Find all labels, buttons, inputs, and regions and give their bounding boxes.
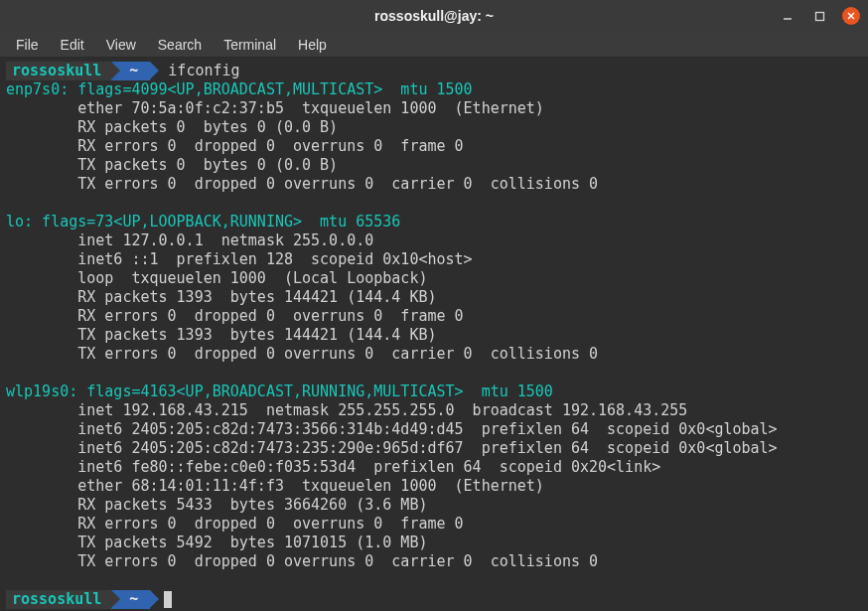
output-line: TX errors 0 dropped 0 overruns 0 carrier… — [6, 552, 862, 571]
output-line: loop txqueuelen 1000 (Local Loopback) — [6, 269, 862, 288]
menu-search[interactable]: Search — [148, 34, 212, 56]
iface-enp7s0-header: enp7s0: flags=4099<UP,BROADCAST,MULTICAS… — [6, 80, 862, 99]
minimize-button[interactable] — [779, 7, 796, 25]
terminal-viewport[interactable]: rossoskull ~ ifconfig enp7s0: flags=4099… — [0, 58, 868, 611]
output-line: TX packets 1393 bytes 144421 (144.4 KB) — [6, 326, 862, 345]
output-line: inet 127.0.0.1 netmask 255.0.0.0 — [6, 231, 862, 250]
terminal-cursor[interactable] — [164, 591, 172, 608]
output-line: inet6 fe80::febe:c0e0:f035:53d4 prefixle… — [6, 458, 862, 477]
output-line: inet6 ::1 prefixlen 128 scopeid 0x10<hos… — [6, 250, 862, 269]
output-line: RX packets 0 bytes 0 (0.0 B) — [6, 118, 862, 137]
prompt-user: rossoskull — [6, 62, 111, 80]
prompt-line-2: rossoskull ~ — [6, 590, 862, 609]
menu-terminal[interactable]: Terminal — [214, 34, 286, 56]
output-line: RX errors 0 dropped 0 overruns 0 frame 0 — [6, 137, 862, 156]
output-line: inet 192.168.43.215 netmask 255.255.255.… — [6, 401, 862, 420]
output-blank — [6, 364, 862, 382]
menu-view[interactable]: View — [96, 34, 146, 56]
prompt-user: rossoskull — [6, 590, 111, 609]
output-line: RX errors 0 dropped 0 overruns 0 frame 0 — [6, 307, 862, 326]
output-line: ether 68:14:01:11:4f:f3 txqueuelen 1000 … — [6, 477, 862, 496]
close-button[interactable] — [842, 7, 860, 25]
window-title: rossoskull@jay: ~ — [374, 8, 494, 24]
command-text: ifconfig — [150, 62, 239, 80]
output-line: inet6 2405:205:c82d:7473:235:290e:965d:d… — [6, 439, 862, 458]
output-line: TX packets 0 bytes 0 (0.0 B) — [6, 156, 862, 175]
titlebar: rossoskull@jay: ~ — [0, 0, 868, 32]
menu-file[interactable]: File — [6, 34, 49, 56]
iface-lo-header: lo: flags=73<UP,LOOPBACK,RUNNING> mtu 65… — [6, 213, 862, 231]
iface-wlp19s0-header: wlp19s0: flags=4163<UP,BROADCAST,RUNNING… — [6, 382, 862, 401]
output-line: inet6 2405:205:c82d:7473:3566:314b:4d49:… — [6, 420, 862, 439]
output-line: TX packets 5492 bytes 1071015 (1.0 MB) — [6, 534, 862, 552]
menu-help[interactable]: Help — [288, 34, 337, 56]
menubar: File Edit View Search Terminal Help — [0, 32, 868, 58]
window-controls — [779, 7, 860, 25]
output-line: RX errors 0 dropped 0 overruns 0 frame 0 — [6, 515, 862, 534]
svg-rect-1 — [815, 12, 823, 20]
output-blank — [6, 194, 862, 213]
output-line: TX errors 0 dropped 0 overruns 0 carrier… — [6, 175, 862, 194]
menu-edit[interactable]: Edit — [51, 34, 94, 56]
output-line: TX errors 0 dropped 0 overruns 0 carrier… — [6, 345, 862, 364]
output-line: RX packets 1393 bytes 144421 (144.4 KB) — [6, 288, 862, 307]
output-line: ether 70:5a:0f:c2:37:b5 txqueuelen 1000 … — [6, 99, 862, 118]
output-line: RX packets 5433 bytes 3664260 (3.6 MB) — [6, 496, 862, 515]
maximize-button[interactable] — [810, 7, 828, 25]
prompt-line-1: rossoskull ~ ifconfig — [6, 62, 862, 80]
output-blank — [6, 571, 862, 590]
